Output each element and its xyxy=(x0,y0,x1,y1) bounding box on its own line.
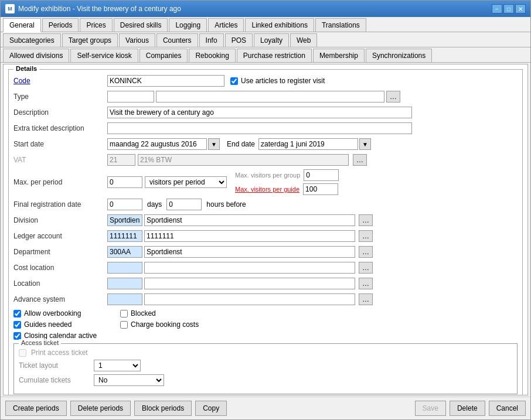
tab-membership[interactable]: Membership xyxy=(313,49,365,62)
advance-row: Advance system … xyxy=(13,293,518,306)
checkbox-col-right: Blocked Charge booking costs xyxy=(120,309,199,340)
tab-translations[interactable]: Translations xyxy=(315,18,366,32)
location-fields: … xyxy=(107,278,373,289)
restore-button[interactable]: □ xyxy=(503,4,514,13)
delete-button[interactable]: Delete xyxy=(450,401,485,416)
max-visitors-group-input[interactable] xyxy=(304,169,339,181)
department-code-input[interactable] xyxy=(107,246,142,258)
tab-subcategories[interactable]: Subcategories xyxy=(3,33,61,47)
advance-ellipsis-button[interactable]: … xyxy=(359,293,373,305)
description-input[interactable] xyxy=(107,107,412,118)
ticket-layout-select[interactable]: 1 xyxy=(94,360,141,371)
extra-ticket-input[interactable] xyxy=(107,122,412,134)
extra-ticket-row: Extra ticket description xyxy=(13,122,518,135)
advance-desc-input[interactable] xyxy=(144,293,355,305)
save-button[interactable]: Save xyxy=(415,401,446,416)
tab-allowed-divisions[interactable]: Allowed divisions xyxy=(3,49,69,62)
close-button[interactable]: ✕ xyxy=(515,4,526,13)
use-articles-checkbox[interactable] xyxy=(230,77,238,85)
code-input[interactable] xyxy=(107,75,224,87)
max-visitors-guide-label[interactable]: Max. visitors per guide xyxy=(235,186,299,193)
cancel-button[interactable]: Cancel xyxy=(489,401,526,416)
tab-info[interactable]: Info xyxy=(199,33,224,47)
tab-desired-skills[interactable]: Desired skills xyxy=(114,18,168,32)
allow-overbooking-checkbox[interactable] xyxy=(13,310,21,317)
start-date-label: Start date xyxy=(13,140,107,148)
tab-prices[interactable]: Prices xyxy=(80,18,112,32)
tab-pos[interactable]: POS xyxy=(225,33,253,47)
location-ellipsis-button[interactable]: … xyxy=(359,278,373,289)
cost-code-input[interactable] xyxy=(107,262,142,274)
charge-booking-checkbox[interactable] xyxy=(120,321,128,329)
tab-periods[interactable]: Periods xyxy=(42,18,79,32)
ledger-fields: … xyxy=(107,230,373,242)
cost-ellipsis-button[interactable]: … xyxy=(359,262,373,274)
ledger-desc-input[interactable] xyxy=(144,230,355,242)
final-reg-label: Final registration date xyxy=(13,200,107,209)
create-periods-button[interactable]: Create periods xyxy=(5,401,67,416)
max-visitors-group-label[interactable]: Max. visitors per group xyxy=(235,172,300,179)
titlebar-left: M Modify exhibition - Visit the brewery … xyxy=(5,4,181,13)
tab-purchase-restriction[interactable]: Purchase restriction xyxy=(237,49,312,62)
advance-code-input[interactable] xyxy=(107,293,142,305)
ledger-code-input[interactable] xyxy=(107,230,142,242)
code-label[interactable]: Code xyxy=(13,77,107,85)
tab-web[interactable]: Web xyxy=(290,33,317,47)
department-desc-input[interactable] xyxy=(144,246,355,258)
tab-counters[interactable]: Counters xyxy=(156,33,198,47)
minimize-button[interactable]: − xyxy=(492,4,502,13)
copy-button[interactable]: Copy xyxy=(195,401,227,416)
final-reg-hours-input[interactable] xyxy=(166,199,202,210)
dates-row: Start date ▼ End date ▼ xyxy=(13,138,518,151)
tab-linked-exhibitions[interactable]: Linked exhibitions xyxy=(245,18,314,32)
max-visitors-guide-row: Max. visitors per guide xyxy=(235,183,339,195)
tab-self-service-kiosk[interactable]: Self-service kiosk xyxy=(70,49,138,62)
start-date-calendar-button[interactable]: ▼ xyxy=(208,138,220,150)
checkboxes-section: Allow overbooking Guides needed Closing … xyxy=(13,309,518,340)
max-period-input[interactable] xyxy=(107,176,142,188)
period-type-select[interactable]: visitors per period Per xyxy=(145,176,227,188)
tab-rebooking[interactable]: Rebooking xyxy=(189,49,235,62)
type-code-input[interactable] xyxy=(107,91,154,103)
tab-articles[interactable]: Articles xyxy=(208,18,244,32)
tab-synchronizations[interactable]: Synchronizations xyxy=(366,49,432,62)
end-date-input[interactable] xyxy=(258,138,358,150)
tab-row-1: General Periods Prices Desired skills Lo… xyxy=(1,17,530,32)
final-reg-days-input[interactable] xyxy=(107,199,142,210)
end-date-calendar-button[interactable]: ▼ xyxy=(359,138,371,150)
vat-ellipsis-button[interactable]: … xyxy=(353,154,367,166)
start-date-input[interactable] xyxy=(107,138,207,150)
division-ellipsis-button[interactable]: … xyxy=(359,214,373,226)
closing-calendar-label: Closing calendar active xyxy=(24,332,97,340)
tab-loyalty[interactable]: Loyalty xyxy=(254,33,289,47)
type-desc-input[interactable] xyxy=(156,91,384,103)
tab-various[interactable]: Various xyxy=(119,33,155,47)
checkbox-col-left: Allow overbooking Guides needed Closing … xyxy=(13,309,97,340)
tab-companies[interactable]: Companies xyxy=(139,49,188,62)
location-code-input[interactable] xyxy=(107,278,142,289)
ledger-ellipsis-button[interactable]: … xyxy=(359,230,373,242)
department-ellipsis-button[interactable]: … xyxy=(359,246,373,258)
guides-needed-checkbox[interactable] xyxy=(13,321,21,329)
tab-target-groups[interactable]: Target groups xyxy=(62,33,118,47)
blocked-checkbox[interactable] xyxy=(120,310,128,317)
ledger-row: Ledger account … xyxy=(13,230,518,243)
cost-fields: … xyxy=(107,262,373,274)
delete-periods-button[interactable]: Delete periods xyxy=(70,401,131,416)
block-periods-button[interactable]: Block periods xyxy=(134,401,192,416)
location-desc-input[interactable] xyxy=(144,278,355,289)
type-ellipsis-button[interactable]: … xyxy=(386,91,400,103)
max-visitors-guide-input[interactable] xyxy=(303,183,338,195)
closing-calendar-checkbox[interactable] xyxy=(13,332,21,340)
location-label: Location xyxy=(13,279,107,288)
division-code-input[interactable] xyxy=(107,214,142,226)
division-desc-input[interactable] xyxy=(144,214,355,226)
code-row: Code Use articles to register visit xyxy=(13,74,518,87)
tab-logging[interactable]: Logging xyxy=(169,18,207,32)
cumulate-select[interactable]: No Yes xyxy=(94,374,164,386)
tab-general[interactable]: General xyxy=(3,18,41,32)
max-visitors-group-row: Max. visitors per group xyxy=(235,169,339,181)
print-access-checkbox[interactable] xyxy=(19,349,26,357)
cost-desc-input[interactable] xyxy=(144,262,355,274)
vat-fields: … xyxy=(107,154,367,166)
